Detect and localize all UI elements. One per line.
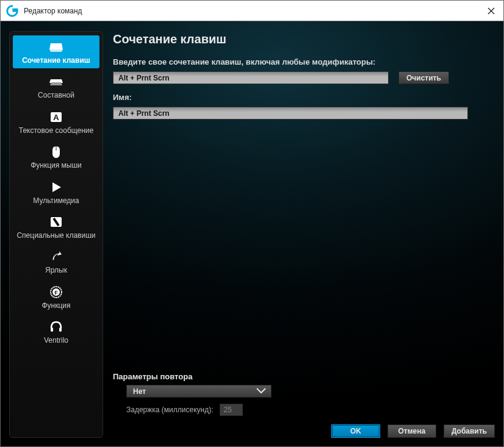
sidebar-item-label: Функция мыши xyxy=(31,161,82,170)
add-button[interactable]: Добавить xyxy=(444,424,495,438)
sidebar-item-hotkeys[interactable]: Специальные клавиши xyxy=(13,210,99,243)
window: Редактор команд Сочетание клавиш Составн… xyxy=(0,0,504,447)
titlebar: Редактор команд xyxy=(1,1,503,21)
body-area: Сочетание клавиш Составной A Текстовое с… xyxy=(1,21,503,446)
footer-buttons: OK Отмена Добавить xyxy=(113,424,495,438)
repeat-dropdown[interactable]: Нет xyxy=(126,385,272,398)
name-input[interactable] xyxy=(113,107,468,120)
delay-row: Задержка (миллисекунд): xyxy=(126,404,495,416)
main-panel: Сочетание клавиш Введите свое сочетание … xyxy=(113,31,495,438)
play-icon xyxy=(48,181,64,194)
special-key-icon xyxy=(48,215,64,229)
shortcut-arrow-icon xyxy=(48,250,64,263)
sidebar-item-ventrilo[interactable]: Ventrilo xyxy=(13,315,99,348)
sidebar-item-label: Ярлык xyxy=(45,266,67,274)
close-icon xyxy=(488,7,495,15)
clear-button[interactable]: Очистить xyxy=(398,71,449,84)
sidebar-item-label: Мультимедиа xyxy=(33,196,79,205)
repeat-section: Параметры повтора Нет Задержка (миллисек… xyxy=(113,372,495,416)
sidebar-item-multi[interactable]: Составной xyxy=(13,70,99,103)
sidebar-item-label: Сочетание клавиш xyxy=(22,56,90,65)
spacer xyxy=(113,126,495,372)
svg-rect-7 xyxy=(51,327,53,332)
close-button[interactable] xyxy=(479,1,503,21)
sidebar-item-media[interactable]: Мультимедиа xyxy=(13,176,99,209)
logitech-g-logo-icon xyxy=(5,4,19,18)
sidebar-item-function[interactable]: F Функция xyxy=(13,281,99,313)
sidebar-item-label: Специальные клавиши xyxy=(16,231,95,240)
name-label: Имя: xyxy=(113,93,495,102)
page-heading: Сочетание клавиш xyxy=(113,32,495,46)
gear-f-icon: F xyxy=(48,285,64,299)
keystroke-row: Очистить xyxy=(113,71,495,84)
sidebar-item-keystroke[interactable]: Сочетание клавиш xyxy=(13,35,99,68)
repeat-title: Параметры повтора xyxy=(113,372,495,381)
svg-rect-8 xyxy=(59,327,62,332)
svg-text:A: A xyxy=(53,113,59,122)
ok-button[interactable]: OK xyxy=(331,424,380,438)
keycap-icon xyxy=(48,40,64,54)
sidebar-item-mouse[interactable]: Функция мыши xyxy=(13,140,99,173)
sidebar-item-textblock[interactable]: A Текстовое сообщение xyxy=(13,105,99,138)
sidebar-item-shortcut[interactable]: Ярлык xyxy=(13,245,99,278)
cancel-button[interactable]: Отмена xyxy=(387,424,436,438)
repeat-dropdown-value: Нет xyxy=(133,387,146,396)
mouse-icon xyxy=(48,145,64,159)
headset-icon xyxy=(48,320,64,334)
window-title: Редактор команд xyxy=(24,7,479,15)
sidebar-item-label: Составной xyxy=(38,91,74,99)
sidebar-item-label: Текстовое сообщение xyxy=(19,126,93,135)
text-a-icon: A xyxy=(48,110,64,124)
name-row xyxy=(113,107,495,120)
delay-input[interactable] xyxy=(220,404,243,416)
keystroke-input[interactable] xyxy=(113,71,389,84)
layers-icon xyxy=(48,75,64,88)
sidebar-item-label: Функция xyxy=(41,301,70,310)
sidebar-item-label: Ventrilo xyxy=(44,336,68,345)
chevron-down-icon xyxy=(256,387,266,396)
delay-label: Задержка (миллисекунд): xyxy=(126,406,214,414)
svg-text:F: F xyxy=(54,290,58,296)
sidebar: Сочетание клавиш Составной A Текстовое с… xyxy=(9,31,103,438)
keystroke-prompt: Введите свое сочетание клавиш, включая л… xyxy=(113,57,495,66)
